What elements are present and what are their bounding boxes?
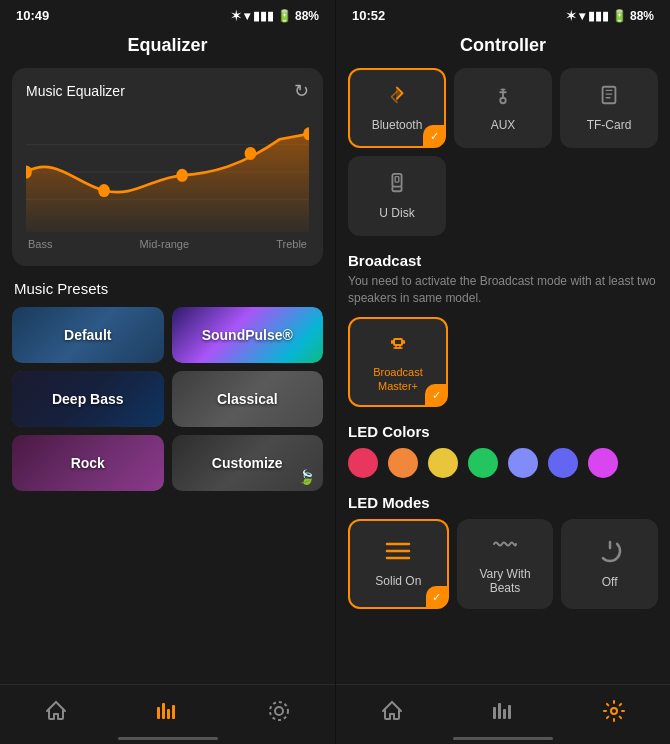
- right-status-icons: ✶ ▾ ▮▮▮ 🔋 88%: [566, 9, 654, 23]
- source-aux[interactable]: AUX: [454, 68, 552, 148]
- right-page-title: Controller: [336, 27, 670, 68]
- left-status-icons: ✶ ▾ ▮▮▮ 🔋 88%: [231, 9, 319, 23]
- preset-customize[interactable]: Customize 🍃: [172, 435, 324, 491]
- left-nav-settings[interactable]: [254, 691, 304, 731]
- signal-icon: ▮▮▮: [253, 9, 274, 23]
- svg-rect-15: [603, 87, 616, 104]
- right-status-bar: 10:52 ✶ ▾ ▮▮▮ 🔋 88%: [336, 0, 670, 27]
- right-battery-pct: 88%: [630, 9, 654, 23]
- svg-rect-24: [503, 709, 506, 719]
- eq-card-header: Music Equalizer ↻: [26, 80, 309, 102]
- source-tfcard-label: TF-Card: [587, 118, 632, 132]
- right-nav-settings[interactable]: [589, 691, 639, 731]
- svg-rect-23: [498, 703, 501, 719]
- refresh-icon[interactable]: ↻: [294, 80, 309, 102]
- source-udisk[interactable]: U Disk: [348, 156, 446, 236]
- right-signal-icon: ▮▮▮: [588, 9, 609, 23]
- left-nav-eq[interactable]: [142, 691, 192, 731]
- eq-card-title: Music Equalizer: [26, 83, 125, 99]
- preset-rock-label: Rock: [71, 455, 105, 471]
- preset-classical[interactable]: Classical: [172, 371, 324, 427]
- right-home-indicator: [453, 737, 553, 740]
- right-eq-icon: [491, 699, 515, 723]
- eq-label-bass: Bass: [28, 238, 52, 250]
- preset-soundpulse[interactable]: SoundPulse®: [172, 307, 324, 363]
- wifi-icon: ▾: [244, 9, 250, 23]
- svg-rect-8: [157, 707, 160, 719]
- color-dot-yellow[interactable]: [428, 448, 458, 478]
- svg-point-5: [176, 169, 188, 182]
- led-modes-label: LED Modes: [336, 490, 670, 519]
- led-modes-row: Solid On ✓ Vary With Beats Off: [336, 519, 670, 609]
- color-dot-pink[interactable]: [588, 448, 618, 478]
- left-battery-pct: 88%: [295, 9, 319, 23]
- preset-deepbass-label: Deep Bass: [52, 391, 124, 407]
- svg-rect-22: [493, 707, 496, 719]
- right-nav-eq[interactable]: [478, 691, 528, 731]
- svg-point-4: [98, 184, 110, 197]
- left-home-indicator: [118, 737, 218, 740]
- color-dot-red[interactable]: [348, 448, 378, 478]
- left-nav-home[interactable]: [31, 691, 81, 731]
- preset-default[interactable]: Default: [12, 307, 164, 363]
- right-wifi-icon: ▾: [579, 9, 585, 23]
- mode-vary-label: Vary With Beats: [465, 567, 546, 595]
- broadcast-check: ✓: [425, 384, 447, 406]
- source-grid-2: U Disk: [348, 156, 658, 236]
- source-tfcard[interactable]: TF-Card: [560, 68, 658, 148]
- broadcast-svg: [386, 331, 410, 355]
- bluetooth-svg: [386, 84, 408, 106]
- eq-chart: [26, 112, 309, 232]
- off-icon: [598, 539, 622, 569]
- aux-svg: [492, 84, 514, 106]
- svg-point-6: [245, 147, 257, 160]
- color-dot-lavender[interactable]: [508, 448, 538, 478]
- color-dot-green[interactable]: [468, 448, 498, 478]
- source-bluetooth[interactable]: Bluetooth ✓: [348, 68, 446, 148]
- source-udisk-label: U Disk: [379, 206, 414, 220]
- preset-deepbass[interactable]: Deep Bass: [12, 371, 164, 427]
- right-settings-icon: [602, 699, 626, 723]
- right-bottom-nav: [336, 684, 670, 744]
- broadcast-icon: [386, 331, 410, 361]
- off-svg: [598, 539, 622, 563]
- presets-section-title: Music Presets: [0, 280, 335, 307]
- right-panel: 10:52 ✶ ▾ ▮▮▮ 🔋 88% Controller Bluetooth: [335, 0, 670, 744]
- mode-off[interactable]: Off: [561, 519, 658, 609]
- color-dot-indigo[interactable]: [548, 448, 578, 478]
- bluetooth-icon: ✶: [231, 9, 241, 23]
- solid-on-icon: [385, 540, 411, 568]
- svg-point-26: [611, 708, 617, 714]
- mode-vary[interactable]: Vary With Beats: [457, 519, 554, 609]
- preset-default-label: Default: [64, 327, 111, 343]
- color-dot-orange[interactable]: [388, 448, 418, 478]
- eq-nav-icon: [155, 699, 179, 723]
- solid-check: ✓: [426, 586, 448, 608]
- preset-rock[interactable]: Rock: [12, 435, 164, 491]
- mode-off-label: Off: [602, 575, 618, 589]
- tfcard-source-icon: [598, 84, 620, 112]
- broadcast-desc: You need to activate the Broadcast mode …: [336, 273, 670, 317]
- left-panel: 10:49 ✶ ▾ ▮▮▮ 🔋 88% Equalizer Music Equa…: [0, 0, 335, 744]
- svg-rect-9: [162, 703, 165, 719]
- bluetooth-source-icon: [386, 84, 408, 112]
- svg-rect-25: [508, 705, 511, 719]
- bluetooth-check: ✓: [423, 125, 445, 147]
- svg-point-13: [270, 702, 288, 720]
- right-status-right: ✶ ▾ ▮▮▮ 🔋 88%: [566, 9, 654, 23]
- left-bottom-nav: [0, 684, 335, 744]
- vary-svg: [492, 533, 518, 555]
- source-aux-label: AUX: [491, 118, 516, 132]
- svg-rect-10: [167, 709, 170, 719]
- source-grid: Bluetooth ✓ AUX TF-Card: [348, 68, 658, 148]
- eq-card: Music Equalizer ↻: [12, 68, 323, 266]
- led-colors-label: LED Colors: [336, 419, 670, 448]
- right-battery-icon: 🔋: [612, 9, 627, 23]
- preset-customize-label: Customize: [212, 455, 283, 471]
- broadcast-label: Broadcast: [336, 248, 670, 273]
- svg-rect-18: [394, 339, 402, 345]
- broadcast-card[interactable]: Broadcast Master+ ✓: [348, 317, 448, 408]
- right-nav-home[interactable]: [367, 691, 417, 731]
- mode-solid[interactable]: Solid On ✓: [348, 519, 449, 609]
- home-icon: [44, 699, 68, 723]
